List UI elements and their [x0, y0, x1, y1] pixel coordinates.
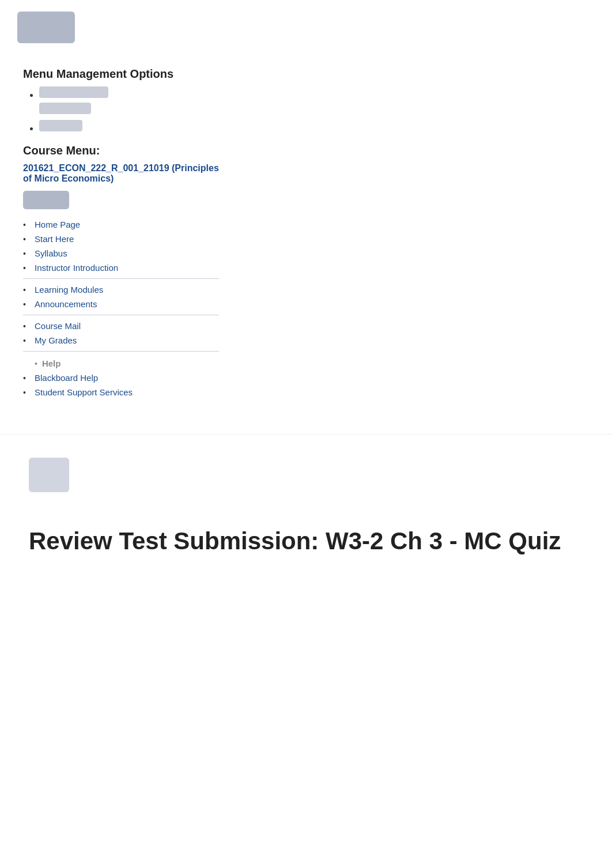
help-header-item: • Help [23, 355, 219, 371]
menu-mgmt-item-1 [39, 86, 219, 116]
help-label: Help [42, 358, 61, 368]
link-instructor-intro[interactable]: Instructor Introduction [35, 263, 118, 273]
bullet-course-mail: • [23, 322, 30, 331]
divider-line-1 [23, 278, 219, 279]
list-item-my-grades: • My Grades [23, 333, 219, 348]
list-item-student-support: • Student Support Services [23, 385, 219, 399]
bullet-blackboard-help: • [23, 373, 30, 383]
sidebar: Menu Management Options Course Menu: 201… [0, 51, 242, 417]
link-my-grades[interactable]: My Grades [35, 335, 77, 345]
menu-management-list [23, 86, 219, 134]
link-learning-modules[interactable]: Learning Modules [35, 285, 103, 295]
course-menu-list: • Home Page • Start Here • Syllabus • In… [23, 217, 219, 399]
bullet-my-grades: • [23, 336, 30, 345]
list-item-start-here: • Start Here [23, 232, 219, 246]
menu-mgmt-button-2[interactable] [39, 120, 82, 131]
divider-line-2 [23, 315, 219, 315]
divider-line-3 [23, 351, 219, 352]
link-course-mail[interactable]: Course Mail [35, 321, 81, 331]
list-item-instructor-intro: • Instructor Introduction [23, 261, 219, 275]
list-item-syllabus: • Syllabus [23, 246, 219, 261]
page-main-title: Review Test Submission: W3-2 Ch 3 - MC Q… [29, 527, 583, 556]
bullet-syllabus: • [23, 249, 30, 258]
menu-management-section: Menu Management Options [23, 67, 219, 134]
add-course-button-placeholder[interactable] [23, 191, 69, 209]
link-student-support[interactable]: Student Support Services [35, 387, 133, 397]
course-menu-heading: Course Menu: [23, 144, 219, 157]
bullet-student-support: • [23, 388, 30, 397]
link-announcements[interactable]: Announcements [35, 299, 97, 309]
page-wrapper: Menu Management Options Course Menu: 201… [0, 0, 612, 573]
top-bar [0, 0, 612, 51]
menu-mgmt-button-sub-1[interactable] [39, 103, 91, 114]
main-icon-placeholder [29, 458, 69, 492]
bullet-start-here: • [23, 235, 30, 244]
course-menu-section: Course Menu: 201621_ECON_222_R_001_21019… [23, 144, 219, 399]
main-content: Review Test Submission: W3-2 Ch 3 - MC Q… [0, 434, 612, 573]
menu-mgmt-button-1[interactable] [39, 86, 108, 98]
bullet-announcements: • [23, 300, 30, 309]
link-start-here[interactable]: Start Here [35, 234, 74, 244]
menu-management-heading: Menu Management Options [23, 67, 219, 81]
list-item-learning-modules: • Learning Modules [23, 282, 219, 297]
logo-placeholder [17, 12, 75, 43]
bullet-instructor-intro: • [23, 263, 30, 273]
list-item-blackboard-help: • Blackboard Help [23, 371, 219, 385]
link-syllabus[interactable]: Syllabus [35, 248, 67, 258]
link-home-page[interactable]: Home Page [35, 220, 80, 229]
course-title-link[interactable]: 201621_ECON_222_R_001_21019 (Principles … [23, 163, 219, 184]
link-blackboard-help[interactable]: Blackboard Help [35, 373, 98, 383]
bullet-home-page: • [23, 220, 30, 229]
divider-3 [23, 348, 219, 355]
bullet-learning-modules: • [23, 285, 30, 295]
list-item-announcements: • Announcements [23, 297, 219, 311]
menu-mgmt-item-2 [39, 120, 219, 134]
divider-1 [23, 275, 219, 282]
list-item-course-mail: • Course Mail [23, 319, 219, 333]
list-item-home-page: • Home Page [23, 217, 219, 232]
help-bullet: • [35, 359, 37, 368]
divider-2 [23, 311, 219, 319]
